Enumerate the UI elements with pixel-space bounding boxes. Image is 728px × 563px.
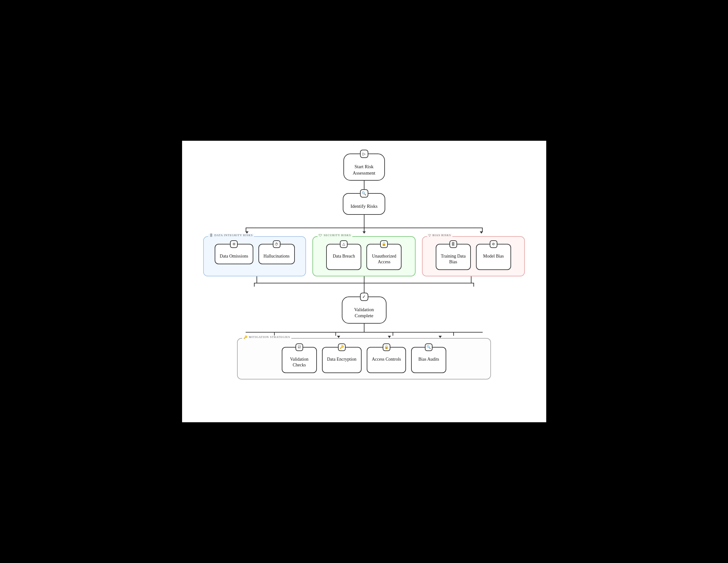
validation-node-wrapper: ✓ Validation Complete [342, 296, 387, 323]
mitigation-nodes: ☑ Validation Checks 🔑 Data Encryption 🔒 … [243, 347, 485, 373]
training-bias-node[interactable]: 🗄 Training Data Bias [436, 244, 471, 270]
bias-group: ▽ BIAS RISKS 🗄 Training Data Bias ⊘ Mode… [422, 236, 525, 277]
data-encryption-label: Data Encryption [327, 356, 356, 362]
identify-label: Identify Risks [350, 203, 378, 210]
start-node[interactable]: ▷ Start Risk Assessment [343, 154, 385, 181]
validation-checks-node[interactable]: ☑ Validation Checks [282, 347, 317, 373]
start-icon: ▷ [360, 150, 368, 158]
groups-row: 🗄 DATA INTEGRITY RISKS ⊖ Data Omissions … [203, 236, 525, 277]
mitigation-title: 🔑 MITIGATION STRATEGIES [242, 335, 291, 339]
bottom-branches [203, 277, 525, 283]
h-branch [246, 228, 483, 232]
model-bias-label: Model Bias [481, 254, 506, 259]
data-integrity-title: 🗄 DATA INTEGRITY RISKS [208, 234, 254, 237]
identify-icon: 🔍 [360, 189, 368, 198]
identify-node[interactable]: 🔍 Identify Risks [343, 193, 385, 215]
validation-complete-node[interactable]: ✓ Validation Complete [342, 296, 387, 323]
security-nodes: △ Data Breach 🔒 Unauthorized Access [318, 244, 410, 270]
security-group: 🛡 SECURITY RISKS △ Data Breach 🔒 Unautho… [312, 236, 415, 277]
arrowheads-top [246, 232, 483, 234]
access-controls-label: Access Controls [372, 356, 401, 362]
validation-checks-icon: ☑ [295, 343, 303, 351]
data-breach-label: Data Breach [331, 254, 356, 259]
bias-audits-label: Bias Audits [416, 356, 441, 362]
data-integrity-icon: 🗄 [210, 234, 213, 237]
mitigation-group: 🔑 MITIGATION STRATEGIES ☑ Validation Che… [237, 338, 491, 379]
start-node-wrapper: ▷ Start Risk Assessment [343, 154, 385, 181]
security-title: 🛡 SECURITY RISKS [318, 234, 352, 237]
canvas: ▷ Start Risk Assessment 🔍 Identify Risks [182, 141, 546, 422]
data-breach-icon: △ [340, 240, 348, 248]
data-breach-node[interactable]: △ Data Breach [326, 244, 361, 270]
bias-nodes: 🗄 Training Data Bias ⊘ Model Bias [428, 244, 519, 270]
data-encryption-node[interactable]: 🔑 Data Encryption [322, 347, 362, 373]
connector-4 [364, 323, 364, 332]
h-merge [254, 283, 474, 286]
data-omissions-node[interactable]: ⊖ Data Omissions [215, 244, 253, 264]
training-bias-label: Training Data Bias [441, 254, 466, 265]
training-bias-icon: 🗄 [449, 240, 457, 248]
hallucinations-node[interactable]: ⏱ Hallucinations [258, 244, 295, 264]
mitigation-icon: 🔑 [243, 335, 248, 339]
data-integrity-nodes: ⊖ Data Omissions ⏱ Hallucinations [209, 244, 300, 264]
data-encryption-icon: 🔑 [338, 343, 346, 351]
connector-2 [364, 215, 364, 228]
model-bias-node[interactable]: ⊘ Model Bias [476, 244, 511, 270]
hallucinations-icon: ⏱ [273, 240, 280, 248]
data-omissions-icon: ⊖ [230, 240, 238, 248]
model-bias-icon: ⊘ [490, 240, 497, 248]
unauthorized-access-label: Unauthorized Access [372, 254, 396, 265]
access-controls-icon: 🔒 [383, 343, 390, 351]
unauthorized-access-node[interactable]: 🔒 Unauthorized Access [366, 244, 402, 270]
flow-container: ▷ Start Risk Assessment 🔍 Identify Risks [195, 150, 533, 379]
start-label: Start Risk Assessment [352, 164, 377, 176]
data-omissions-label: Data Omissions [220, 254, 248, 259]
bias-audits-icon: 🔍 [425, 343, 433, 351]
unauthorized-access-icon: 🔒 [380, 240, 388, 248]
security-icon: 🛡 [319, 234, 322, 237]
bias-audits-node[interactable]: 🔍 Bias Audits [411, 347, 446, 373]
validation-complete-label: Validation Complete [350, 307, 378, 319]
validation-complete-icon: ✓ [360, 293, 368, 301]
identify-node-wrapper: 🔍 Identify Risks [343, 193, 385, 215]
bias-title: ▽ BIAS RISKS [427, 234, 452, 237]
hallucinations-label: Hallucinations [264, 254, 290, 259]
data-integrity-group: 🗄 DATA INTEGRITY RISKS ⊖ Data Omissions … [203, 236, 306, 277]
bias-icon: ▽ [428, 234, 431, 237]
access-controls-node[interactable]: 🔒 Access Controls [367, 347, 406, 373]
validation-checks-label: Validation Checks [287, 356, 312, 368]
